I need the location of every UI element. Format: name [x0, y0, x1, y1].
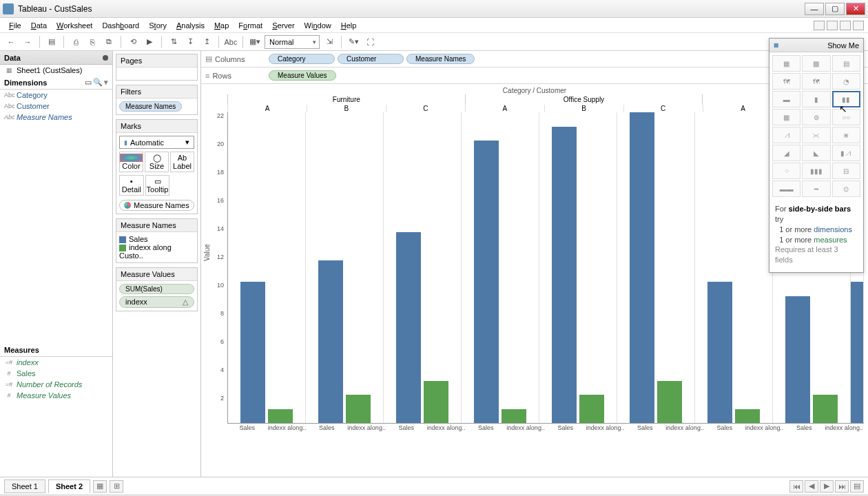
marks-detail-button[interactable]: ▪Detail — [119, 175, 144, 196]
sort-asc-button[interactable]: ↧ — [183, 36, 197, 48]
new-dashboard-button[interactable]: ⊞ — [110, 480, 123, 493]
viztype-histogram[interactable]: ▮▮▮ — [802, 163, 830, 179]
mea-measure-values[interactable]: #Measure Values — [0, 390, 112, 401]
duplicate-button[interactable]: ⧉ — [102, 36, 116, 48]
viztype-filled-map[interactable]: 🗺 — [802, 73, 830, 90]
dimensions-header: Dimensions▭🔍▾ — [0, 76, 112, 90]
forward-button[interactable]: → — [21, 36, 34, 48]
tab-first-button[interactable]: ⏮ — [789, 480, 803, 493]
viztype-gantt[interactable]: ▬▬ — [772, 180, 800, 197]
sort-desc-button[interactable]: ↥ — [200, 36, 214, 48]
filter-pill-measure-names[interactable]: Measure Names — [119, 101, 182, 112]
legend-item-sales[interactable]: Sales — [119, 235, 194, 243]
swap-button[interactable]: ⇅ — [167, 36, 180, 48]
menu-data[interactable]: Data — [26, 20, 52, 31]
marks-label-button[interactable]: AbLabel — [170, 152, 194, 172]
marks-color-button[interactable]: Color — [119, 152, 143, 172]
measures-header: Measures — [0, 344, 112, 357]
viztype-stacked-bar[interactable]: ▮ — [802, 91, 830, 107]
marks-tooltip-button[interactable]: ▭Tooltip — [145, 175, 170, 196]
tab-list-button[interactable]: ▤ — [850, 480, 864, 493]
tab-prev-button[interactable]: ◀ — [805, 480, 818, 493]
save-button[interactable]: ▤ — [45, 36, 59, 48]
mea-indexx[interactable]: =#indexx — [0, 357, 112, 368]
expand-button[interactable] — [853, 21, 864, 30]
viztype-line-cont[interactable]: ⩘ — [772, 127, 800, 143]
col-pill-measure-names[interactable]: Measure Names — [406, 54, 475, 64]
marks-size-button[interactable]: ◯Size — [145, 152, 169, 172]
auto-update-button[interactable]: ▶ — [143, 36, 156, 48]
marks-type-selector[interactable]: Automatic▾ — [119, 136, 194, 149]
menu-dashboard[interactable]: Dashboard — [97, 20, 144, 31]
viztype-bullet[interactable]: ━ — [802, 180, 830, 197]
menu-help[interactable]: Help — [336, 20, 362, 31]
viztype-area-disc[interactable]: ◣ — [802, 145, 830, 161]
mv-pill-indexx[interactable]: indexx△ — [119, 296, 194, 308]
mea-number-records[interactable]: =#Number of Records — [0, 379, 112, 390]
viztype-area-cont[interactable]: ◢ — [772, 145, 800, 161]
col-pill-category[interactable]: Category — [269, 54, 335, 64]
menu-window[interactable]: Window — [300, 20, 336, 31]
viztype-packed-bubble[interactable]: ⊙ — [832, 180, 860, 197]
new-sheet-button[interactable]: ▦ — [93, 480, 107, 493]
columns-shelf[interactable]: Columns Category Customer Measure Names — [201, 51, 868, 68]
maximize-button[interactable]: ▢ — [825, 3, 845, 15]
legend-item-indexx[interactable]: indexx along Custo.. — [119, 243, 194, 260]
col-pill-customer[interactable]: Customer — [338, 54, 404, 64]
mea-sales[interactable]: #Sales — [0, 368, 112, 379]
showme-toggle-button[interactable] — [840, 21, 851, 30]
viztype-treemap[interactable]: ▦ — [772, 109, 800, 125]
viztype-dual-combo[interactable]: ▮⩘ — [832, 145, 860, 161]
new-datasource-button[interactable]: ⎙ — [69, 36, 83, 48]
menu-format[interactable]: Format — [234, 20, 267, 31]
data-header: Data — [0, 51, 112, 65]
datasource-row[interactable]: ▦Sheet1 (CustSales) — [0, 65, 112, 76]
tab-last-button[interactable]: ⏭ — [835, 480, 849, 493]
viztype-hbar[interactable]: ▬ — [772, 91, 800, 107]
menu-server[interactable]: Server — [267, 20, 299, 31]
dim-measure-names[interactable]: AbcMeasure Names — [0, 112, 112, 123]
dim-customer[interactable]: AbcCustomer — [0, 101, 112, 112]
menu-file[interactable]: File — [4, 20, 26, 31]
mv-pill-sum-sales[interactable]: SUM(Sales) — [119, 284, 194, 294]
new-worksheet-button[interactable]: ⎘ — [85, 36, 99, 48]
viztype-text-table[interactable]: ▦ — [772, 55, 800, 72]
menu-worksheet[interactable]: Worksheet — [52, 20, 97, 31]
fit-selector[interactable]: Normal — [265, 35, 320, 49]
viztype-side-circle[interactable]: ○○ — [832, 109, 860, 125]
clear-button[interactable]: ⟲ — [126, 36, 140, 48]
viztype-box-plot[interactable]: ⊟ — [832, 163, 860, 179]
menu-story[interactable]: Story — [144, 20, 172, 31]
highlight-button[interactable]: ✎▾ — [347, 36, 360, 48]
viztype-pie[interactable]: ◔ — [832, 73, 860, 90]
marks-header: Marks — [116, 120, 197, 133]
row-pill-measure-values[interactable]: Measure Values — [269, 70, 336, 81]
tab-sheet2[interactable]: Sheet 2 — [48, 479, 90, 493]
tab-next-button[interactable]: ▶ — [820, 480, 834, 493]
viztype-symbol-map[interactable]: 🗺 — [772, 73, 800, 90]
fix-axes-button[interactable]: ⇲ — [322, 36, 336, 48]
menu-map[interactable]: Map — [209, 20, 234, 31]
close-button[interactable]: ✕ — [846, 3, 865, 15]
marks-color-pill[interactable]: Measure Names — [119, 200, 194, 211]
show-me-panel[interactable]: Show Me ▦ ▩ ▤ 🗺 🗺 ◔ ▬ ▮ ▮▮ ▦ ⊚ ○○ ⩘ ⩙ ⋇ … — [769, 38, 864, 273]
viztype-highlight-table[interactable]: ▤ — [832, 55, 860, 72]
presentation-button[interactable]: ⛶ — [363, 36, 377, 48]
viztype-line-disc[interactable]: ⩙ — [802, 127, 830, 143]
dim-category[interactable]: AbcCategory — [0, 90, 112, 101]
grid-view-button[interactable] — [827, 21, 838, 30]
viztype-side-by-side-bar[interactable]: ▮▮ — [832, 91, 860, 107]
viztype-dual-line[interactable]: ⋇ — [832, 127, 860, 143]
viztype-circle-views[interactable]: ⊚ — [802, 109, 830, 125]
view-cards-button[interactable]: ▦▾ — [248, 36, 262, 48]
viztype-scatter[interactable]: ⁘ — [772, 163, 800, 179]
show-me-header[interactable]: Show Me — [769, 39, 863, 52]
menu-analysis[interactable]: Analysis — [172, 20, 209, 31]
minimize-button[interactable]: — — [805, 3, 824, 15]
viztype-heat-map[interactable]: ▩ — [802, 55, 830, 72]
back-button[interactable]: ← — [4, 36, 18, 48]
labels-button[interactable]: Abc — [224, 36, 238, 48]
presentation-mode-button[interactable] — [814, 21, 825, 30]
rows-shelf[interactable]: Rows Measure Values — [201, 68, 868, 84]
tab-sheet1[interactable]: Sheet 1 — [4, 479, 45, 493]
